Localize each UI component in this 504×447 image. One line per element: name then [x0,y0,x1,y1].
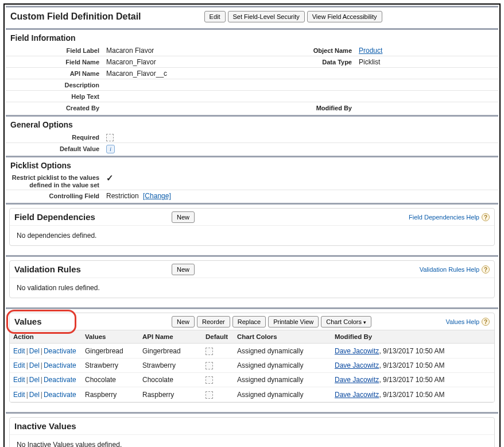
col-action: Action [10,330,82,344]
default-checkbox-icon [206,376,213,384]
picklist-options-heading: Picklist Options [6,157,498,172]
value-controlling-field: Restriction [106,192,139,200]
label-description: Description [6,82,106,88]
object-name-link[interactable]: Product [359,47,382,55]
modified-at: , 9/13/2017 10:50 AM [379,376,444,384]
values-help-link[interactable]: Values Help [446,318,480,325]
label-field-name: Field Name [6,59,106,65]
page-header: Custom Field Definition Detail Edit Set … [6,6,498,27]
label-help-text: Help Text [6,93,106,100]
default-checkbox-icon [206,348,213,355]
validation-rules-empty: No validation rules defined. [10,278,494,298]
cell-value: Strawberry [82,358,139,372]
help-icon[interactable]: ? [482,213,490,221]
set-fls-button[interactable]: Set Field-Level Security [228,11,305,22]
label-controlling-field: Controlling Field [6,192,106,199]
view-field-accessibility-button[interactable]: View Field Accessibility [307,11,382,22]
default-checkbox-icon [206,362,213,369]
label-restrict-picklist: Restrict picklist to the values defined … [6,173,106,189]
label-data-type: Data Type [278,59,359,65]
deactivate-link[interactable]: Deactivate [44,347,76,355]
table-row: Edit|Del|DeactivateStrawberryStrawberryA… [10,358,494,372]
del-link[interactable]: Del [29,391,40,399]
values-reorder-button[interactable]: Reorder [197,316,230,327]
col-chart-colors: Chart Colors [234,330,331,344]
field-dependencies-section: Field Dependencies New Field Dependencie… [6,203,498,254]
modified-by-link[interactable]: Dave Jacowitz [335,376,379,384]
modified-by-link[interactable]: Dave Jacowitz [335,347,379,355]
general-options-section: General Options Required Default Value i [6,115,498,155]
edit-link[interactable]: Edit [13,361,25,369]
label-default-value: Default Value [6,145,106,152]
cell-api-name: Chocolate [139,373,202,387]
values-chart-colors-dropdown[interactable]: Chart Colors [321,316,371,327]
cell-api-name: Strawberry [139,358,202,372]
value-data-type: Picklist [359,58,445,66]
change-link[interactable]: [Change] [143,192,171,200]
cell-modified-by: Dave Jacowitz, 9/13/2017 10:50 AM [331,358,494,372]
edit-button[interactable]: Edit [204,11,226,22]
cell-modified-by: Dave Jacowitz, 9/13/2017 10:50 AM [331,373,494,387]
field-information-section: Field Information Field Label Macaron Fl… [6,28,498,114]
label-created-by: Created By [6,105,106,111]
table-row: Edit|Del|DeactivateRaspberryRaspberryAss… [10,387,494,402]
values-section: Values New Reorder Replace Printable Vie… [6,307,498,410]
del-link[interactable]: Del [29,376,40,384]
values-table: Action Values API Name Default Chart Col… [10,330,494,402]
del-link[interactable]: Del [29,361,40,369]
header-button-row: Edit Set Field-Level Security View Field… [204,11,382,22]
cell-value: Raspberry [82,387,139,402]
value-field-label: Macaron Flavor [106,47,278,55]
values-replace-button[interactable]: Replace [232,316,266,327]
label-field-label: Field Label [6,47,106,54]
label-object-name: Object Name [278,47,359,54]
edit-link[interactable]: Edit [13,376,25,384]
cell-chart-colors: Assigned dynamically [234,358,331,372]
cell-default [202,344,234,358]
values-new-button[interactable]: New [172,316,195,327]
inactive-values-section: Inactive Values No Inactive Values value… [6,412,498,447]
cell-default [202,373,234,387]
field-dependencies-new-button[interactable]: New [172,211,195,223]
modified-at: , 9/13/2017 10:50 AM [379,347,444,355]
cell-default [202,358,234,372]
help-icon[interactable]: ? [482,318,490,326]
edit-link[interactable]: Edit [13,347,25,355]
checkmark-icon: ✓ [106,173,114,183]
cell-default [202,387,234,402]
help-icon[interactable]: ? [482,265,490,273]
validation-rules-section: Validation Rules New Validation Rules He… [6,255,498,306]
deactivate-link[interactable]: Deactivate [44,391,76,399]
cell-value: Gingerbread [82,344,139,358]
deactivate-link[interactable]: Deactivate [44,376,76,384]
cell-value: Chocolate [82,373,139,387]
col-default: Default [202,330,234,344]
validation-rules-help-link[interactable]: Validation Rules Help [420,266,479,273]
cell-chart-colors: Assigned dynamically [234,373,331,387]
validation-rules-new-button[interactable]: New [172,264,195,275]
values-printable-view-button[interactable]: Printable View [268,316,319,327]
values-heading: Values [14,317,42,326]
page-title: Custom Field Definition Detail [10,11,141,22]
label-required: Required [6,134,106,141]
modified-by-link[interactable]: Dave Jacowitz [335,391,379,399]
field-information-heading: Field Information [6,30,498,45]
col-modified-by: Modified By [331,330,494,344]
modified-at: , 9/13/2017 10:50 AM [379,391,444,399]
cell-api-name: Raspberry [139,387,202,402]
field-dependencies-help-link[interactable]: Field Dependencies Help [409,214,479,221]
value-api-name: Macaron_Flavor__c [106,70,498,78]
modified-at: , 9/13/2017 10:50 AM [379,361,444,369]
table-row: Edit|Del|DeactivateGingerbreadGingerbrea… [10,344,494,358]
required-checkbox-icon [106,134,114,141]
modified-by-link[interactable]: Dave Jacowitz [335,361,379,369]
value-field-name: Macaron_Flavor [106,58,278,66]
cell-modified-by: Dave Jacowitz, 9/13/2017 10:50 AM [331,387,494,402]
del-link[interactable]: Del [29,347,40,355]
label-modified-by: Modified By [278,105,359,111]
table-row: Edit|Del|DeactivateChocolateChocolateAss… [10,373,494,387]
info-icon[interactable]: i [106,145,115,153]
deactivate-link[interactable]: Deactivate [44,361,76,369]
edit-link[interactable]: Edit [13,391,25,399]
cell-chart-colors: Assigned dynamically [234,387,331,402]
